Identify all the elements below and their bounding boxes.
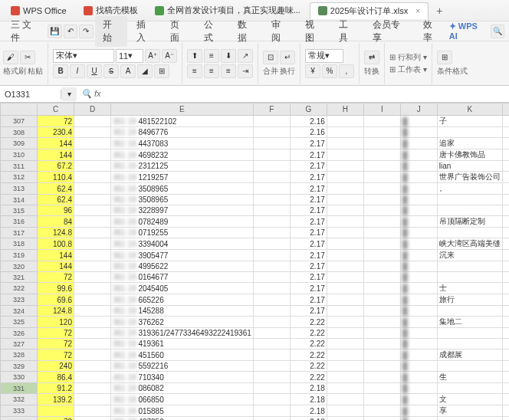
cell[interactable]: 文 xyxy=(437,394,502,405)
cell[interactable] xyxy=(363,161,400,172)
cell[interactable]: 2.17 xyxy=(290,205,327,216)
cell[interactable] xyxy=(253,272,290,283)
col-header-E[interactable]: E xyxy=(111,103,254,116)
cell[interactable] xyxy=(327,261,363,272)
row-header[interactable]: 326 xyxy=(1,328,38,339)
cell[interactable] xyxy=(253,349,290,361)
cell[interactable] xyxy=(327,272,363,283)
cell[interactable] xyxy=(437,383,502,394)
cell[interactable] xyxy=(502,405,509,417)
cell[interactable] xyxy=(38,405,74,417)
cell[interactable] xyxy=(363,349,400,361)
cell[interactable] xyxy=(74,361,111,372)
cell[interactable]: █ xyxy=(400,205,437,216)
align-bot-icon[interactable]: ⬇ xyxy=(221,49,236,63)
cell[interactable]: 62.4 xyxy=(38,195,74,205)
menu-page[interactable]: 页面 xyxy=(163,16,195,47)
cell[interactable] xyxy=(363,261,400,272)
cell[interactable] xyxy=(74,116,111,127)
table-row[interactable]: 319144361 19 39054772.17█沉来96 xyxy=(1,250,510,261)
cell[interactable] xyxy=(502,195,509,205)
cell[interactable]: 2.17 xyxy=(290,238,327,250)
cell[interactable] xyxy=(327,417,363,421)
cell[interactable] xyxy=(74,405,111,417)
cell[interactable]: 2.22 xyxy=(290,372,327,383)
row-header[interactable]: 329 xyxy=(1,361,38,372)
cell[interactable]: 士 xyxy=(437,283,502,294)
dropdown-icon[interactable]: ▾ xyxy=(61,87,77,101)
cell[interactable]: 2.18 xyxy=(290,417,327,421)
cell[interactable] xyxy=(363,183,400,195)
cell[interactable] xyxy=(74,172,111,183)
cell[interactable]: 旅行 xyxy=(437,294,502,306)
cell[interactable]: 120 xyxy=(38,317,74,328)
col-header-I[interactable]: I xyxy=(363,103,400,116)
menu-efficiency[interactable]: 效率 xyxy=(415,16,448,47)
cell[interactable] xyxy=(74,183,111,195)
table-row[interactable]: 32369.6361 19 6652262.17█旅行46.4 xyxy=(1,294,510,306)
cell[interactable] xyxy=(74,228,111,238)
col-header-D[interactable]: D xyxy=(74,103,111,116)
cond-format-icon[interactable]: ⊞ xyxy=(437,51,452,64)
row-header[interactable]: 310 xyxy=(1,149,38,161)
cell[interactable] xyxy=(253,394,290,405)
cell[interactable] xyxy=(253,228,290,238)
cell[interactable]: 2.17 xyxy=(290,161,327,172)
cell[interactable] xyxy=(363,216,400,228)
table-row[interactable]: 31167.2361 19 23121252.17█lian44.8 xyxy=(1,161,510,172)
cell[interactable]: 91.2 xyxy=(38,383,74,394)
cell[interactable]: 2.17 xyxy=(290,272,327,283)
cell[interactable] xyxy=(327,383,363,394)
cell[interactable]: 240 xyxy=(38,361,74,372)
cell[interactable] xyxy=(253,127,290,138)
cell[interactable]: 144 xyxy=(38,261,74,272)
cell[interactable]: 2.17 xyxy=(290,183,327,195)
table-row[interactable]: 32299.6361 19 20454052.17█士66.4 xyxy=(1,283,510,294)
cell[interactable] xyxy=(363,116,400,127)
cell[interactable] xyxy=(327,238,363,250)
cell[interactable]: 72 xyxy=(38,417,74,421)
cell[interactable] xyxy=(437,261,502,272)
cell[interactable]: █ xyxy=(400,349,437,361)
fill-color-icon[interactable]: ◢ xyxy=(137,64,153,78)
cell[interactable] xyxy=(502,250,509,261)
italic-icon[interactable]: I xyxy=(70,64,85,78)
cell[interactable]: █ xyxy=(400,405,437,417)
cell[interactable] xyxy=(253,183,290,195)
cell[interactable] xyxy=(253,116,290,127)
cell[interactable]: █ xyxy=(400,195,437,205)
cell[interactable]: 72 xyxy=(38,272,74,283)
cell[interactable]: 世界广告装饰公司 xyxy=(437,172,502,183)
cell[interactable] xyxy=(74,383,111,394)
cell[interactable] xyxy=(327,349,363,361)
table-row[interactable]: 324124.8361 19 1452882.17█83.2 xyxy=(1,306,510,317)
cell[interactable] xyxy=(502,383,509,394)
cell[interactable] xyxy=(74,317,111,328)
cell[interactable]: 成都展 xyxy=(437,349,502,361)
table-row[interactable]: 32872361 19 4515602.22█成都展48 xyxy=(1,349,510,361)
cell-reference[interactable]: O1331 xyxy=(0,90,61,99)
bold-icon[interactable]: B xyxy=(53,64,68,78)
cell[interactable]: 361 19 481522102 xyxy=(111,116,254,127)
cell[interactable] xyxy=(327,195,363,205)
row-header[interactable]: 317 xyxy=(1,228,38,238)
cell[interactable]: 2.22 xyxy=(290,349,327,361)
table-row[interactable]: 312110.4361 19 12192572.17█世界广告装饰公司73.6 xyxy=(1,172,510,183)
cell[interactable] xyxy=(502,361,509,372)
cell[interactable]: 110.4 xyxy=(38,172,74,183)
cell[interactable]: 2.22 xyxy=(290,361,327,372)
orientation-icon[interactable]: ↗ xyxy=(238,49,253,63)
cell[interactable] xyxy=(253,306,290,317)
cell[interactable] xyxy=(502,216,509,228)
row-header[interactable]: 323 xyxy=(1,294,38,306)
cell[interactable] xyxy=(74,349,111,361)
cell[interactable] xyxy=(363,372,400,383)
strike-icon[interactable]: S̶ xyxy=(103,64,119,78)
border-icon[interactable]: ⊞ xyxy=(154,64,169,78)
cell[interactable]: █ xyxy=(400,317,437,328)
cell[interactable] xyxy=(74,306,111,317)
save-icon[interactable]: 💾 xyxy=(48,25,62,38)
cell[interactable] xyxy=(74,127,111,138)
menu-tools[interactable]: 工具 xyxy=(331,16,363,47)
cell[interactable]: 361 19 451560 xyxy=(111,349,254,361)
